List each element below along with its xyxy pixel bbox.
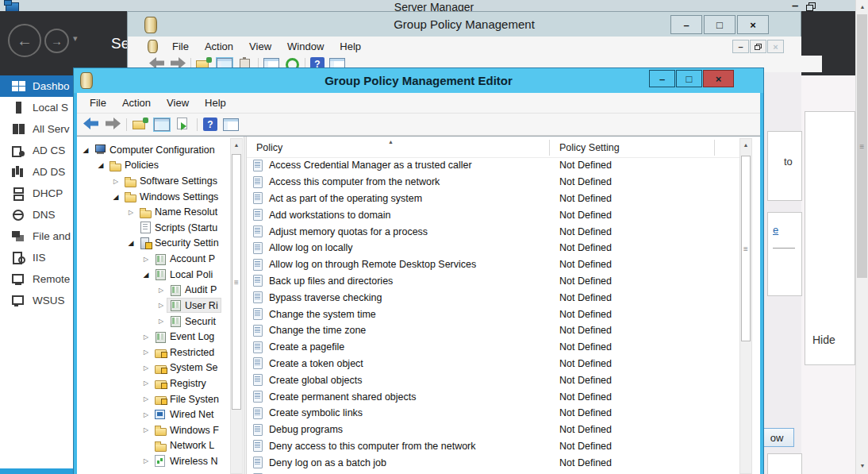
list-scrollbar[interactable]: ▲ ≡ [739, 138, 752, 474]
policy-row[interactable]: Deny log on as a batch job Not Defined [247, 454, 739, 471]
policy-row[interactable]: Create a token object Not Defined [247, 356, 739, 372]
tree-item[interactable]: ◢ Local Poli [77, 267, 230, 283]
policy-row[interactable]: Change the time zone Not Defined [247, 322, 739, 339]
export-list-icon[interactable] [175, 118, 191, 131]
policy-row[interactable]: Access this computer from the network No… [247, 174, 739, 191]
forward-button[interactable]: → [44, 29, 69, 53]
gpm-maximize-button[interactable]: □ [704, 15, 735, 34]
sidebar-item-local-server[interactable]: Local S [0, 97, 74, 118]
expand-arrow-icon[interactable]: ▷ [140, 457, 152, 464]
expand-arrow-icon[interactable]: ▷ [156, 302, 167, 309]
gpm-mdi-close-button[interactable]: × [767, 40, 784, 53]
sidebar-item-ad-cs[interactable]: AD CS [0, 140, 74, 161]
column-separator[interactable] [549, 140, 550, 156]
scroll-up-icon[interactable]: ▲ [856, 4, 868, 10]
sidebar-item-remote[interactable]: Remote [0, 268, 74, 290]
help-icon[interactable]: ? [203, 118, 217, 131]
tree-item[interactable]: ▷ Registry [77, 376, 230, 391]
back-button[interactable]: ← [8, 24, 41, 57]
expand-arrow-icon[interactable]: ▷ [140, 395, 152, 403]
menu-action[interactable]: Action [197, 40, 241, 52]
expand-arrow-icon[interactable]: ▷ [140, 411, 152, 418]
tree-item[interactable]: Scripts (Startu [77, 220, 230, 236]
hide-button[interactable]: Hide [812, 333, 835, 346]
expand-arrow-icon[interactable]: ◢ [95, 161, 106, 169]
taskbar[interactable] [0, 468, 74, 474]
menu-window[interactable]: Window [279, 40, 332, 52]
policy-row[interactable]: Adjust memory quotas for a process Not D… [247, 223, 739, 240]
tree-item[interactable]: ▷ Securit [77, 314, 230, 329]
menu-file[interactable]: File [82, 97, 114, 109]
gpme-minimize-button[interactable]: – [649, 70, 675, 87]
policy-row[interactable]: Back up files and directories Not Define… [247, 273, 739, 290]
tree-item[interactable]: ▷ Name Resolut [77, 204, 230, 220]
forward-icon[interactable] [105, 118, 121, 131]
tree-item[interactable]: ▷ Audit P [77, 282, 230, 298]
show-hide-pane-icon[interactable] [223, 118, 239, 131]
sidebar-item-wsus[interactable]: WSUS [0, 290, 74, 311]
column-header-policy-setting[interactable]: Policy Setting [559, 142, 620, 153]
scroll-down-icon[interactable]: ▼ [856, 463, 868, 468]
policy-row[interactable]: Allow log on locally Not Defined [247, 240, 739, 256]
policy-row[interactable]: Allow log on through Remote Desktop Serv… [247, 256, 739, 273]
list-scrollbar-thumb[interactable]: ≡ [741, 156, 751, 341]
expand-arrow-icon[interactable]: ◢ [140, 271, 152, 279]
policy-row[interactable]: Bypass traverse checking Not Defined [247, 289, 739, 306]
menu-view[interactable]: View [241, 40, 279, 52]
policy-row[interactable]: Create a pagefile Not Defined [247, 339, 739, 356]
sm-scrollbar[interactable]: ▲ ≡ ▼ [855, 0, 868, 474]
tree-item[interactable]: ▷ Software Settings [77, 173, 230, 189]
up-one-level-icon[interactable] [133, 118, 148, 131]
tree-item[interactable]: ▷ Account P [77, 251, 230, 267]
policy-row[interactable]: Create symbolic links Not Defined [247, 405, 739, 422]
tree-item[interactable]: ▷ System Se [77, 360, 230, 376]
menu-file[interactable]: File [164, 40, 197, 52]
tree-item[interactable]: ▷ File Systen [77, 391, 230, 407]
tree-item[interactable]: ◢ Windows Settings [77, 189, 230, 205]
tree-item[interactable]: ◢ Security Settin [77, 236, 230, 252]
menu-view[interactable]: View [159, 97, 197, 109]
console-tree-toggle-icon[interactable] [154, 118, 170, 131]
tree-item[interactable]: ▷ Windows F [77, 422, 230, 438]
policy-row[interactable]: Create permanent shared objects Not Defi… [247, 388, 739, 405]
sm-scrollbar-thumb[interactable]: ≡ [857, 14, 867, 278]
gpme-close-button[interactable]: × [703, 70, 734, 87]
gpm-minimize-button[interactable]: – [670, 15, 702, 34]
gpm-mdi-restore-button[interactable] [750, 40, 766, 53]
gpme-titlebar[interactable]: Group Policy Management Editor – □ × [74, 68, 763, 93]
column-separator[interactable] [714, 140, 715, 156]
tree-item[interactable] [77, 469, 230, 474]
expand-arrow-icon[interactable]: ▷ [140, 426, 152, 434]
sidebar-item-file-storage[interactable]: File and [0, 225, 74, 247]
menu-help[interactable]: Help [197, 97, 234, 109]
tree-item[interactable]: ▷ User Ri [77, 298, 230, 314]
expand-arrow-icon[interactable]: ▷ [140, 364, 152, 372]
gpm-titlebar[interactable]: Group Policy Management – □ × [128, 12, 801, 37]
gpm-mdi-minimize-button[interactable]: – [732, 40, 749, 53]
scroll-up-icon[interactable]: ▲ [231, 142, 242, 148]
gpme-maximize-button[interactable]: □ [676, 70, 702, 87]
gpm-panel-link[interactable]: e [773, 224, 778, 236]
sidebar-item-dashboard[interactable]: Dashbo [0, 75, 74, 97]
column-header-policy[interactable]: Policy [256, 142, 282, 153]
expand-arrow-icon[interactable]: ◢ [80, 146, 91, 154]
policy-row[interactable]: Add workstations to domain Not Defined [247, 206, 739, 223]
expand-arrow-icon[interactable]: ▷ [156, 318, 167, 325]
policy-row[interactable]: Access Credential Manager as a trusted c… [247, 157, 739, 174]
expand-arrow-icon[interactable]: ◢ [110, 193, 121, 201]
expand-arrow-icon[interactable]: ▷ [125, 209, 136, 216]
policy-row[interactable]: Deny access to this computer from the ne… [247, 438, 739, 455]
expand-arrow-icon[interactable]: ▷ [110, 178, 121, 185]
sidebar-item-iis[interactable]: IIS [0, 247, 74, 268]
tree-item[interactable]: ▷ Wired Net [77, 407, 230, 422]
policy-row[interactable]: Act as part of the operating system Not … [247, 191, 739, 207]
expand-arrow-icon[interactable]: ▷ [156, 287, 167, 294]
menu-action[interactable]: Action [114, 97, 159, 109]
back-icon[interactable] [83, 118, 99, 131]
tree-item[interactable]: ▷ Event Log [77, 329, 230, 345]
expand-arrow-icon[interactable]: ▷ [140, 380, 152, 387]
sidebar-item-ad-ds[interactable]: AD DS [0, 161, 74, 183]
expand-arrow-icon[interactable]: ▷ [140, 333, 152, 341]
scroll-up-icon[interactable]: ▲ [740, 142, 751, 148]
policy-row[interactable]: Debug programs Not Defined [247, 422, 739, 438]
